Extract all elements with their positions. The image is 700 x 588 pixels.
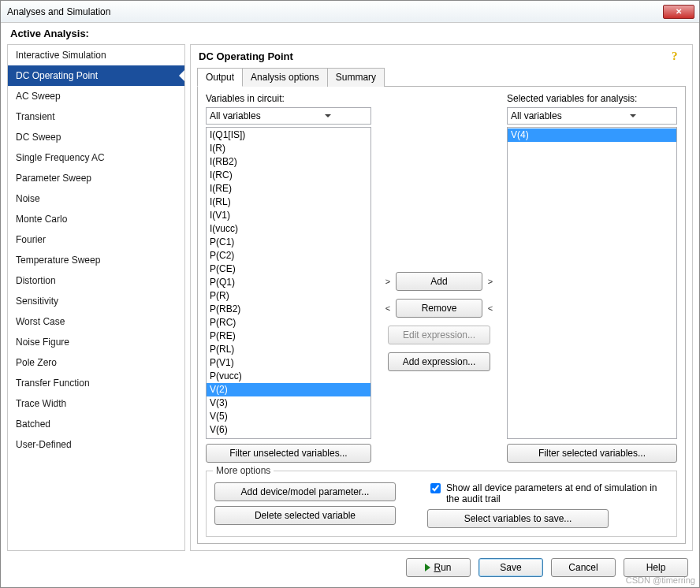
list-item[interactable]: I(RE) [207, 182, 370, 195]
help-icon[interactable]: ? [672, 50, 684, 62]
close-icon: ✕ [676, 7, 682, 16]
show-all-params-row: Show all device parameters at end of sim… [427, 482, 668, 504]
save-button[interactable]: Save [478, 558, 543, 577]
dialog-footer: Run Save Cancel Help [1, 554, 699, 587]
svg-marker-0 [325, 114, 331, 117]
tab-output: Variables in circuit: All variables I(Q1… [197, 86, 686, 544]
list-item[interactable]: P(C1) [207, 236, 370, 249]
chevron-down-icon [592, 110, 673, 121]
tab[interactable]: Analysis options [242, 68, 328, 87]
selected-variables-list[interactable]: V(4) [507, 127, 677, 439]
sidebar-item[interactable]: User-Defined [8, 434, 184, 455]
tabs: OutputAnalysis optionsSummary [191, 67, 692, 86]
output-columns: Variables in circuit: All variables I(Q1… [206, 93, 677, 463]
sidebar-item[interactable]: Transient [8, 106, 184, 127]
titlebar: Analyses and Simulation ✕ [1, 1, 699, 23]
close-button[interactable]: ✕ [663, 5, 694, 19]
list-item[interactable]: P(RB2) [207, 303, 370, 316]
sidebar-item[interactable]: Fourier [8, 229, 184, 250]
main-title-row: DC Operating Point ? [191, 45, 692, 67]
play-icon [425, 564, 430, 571]
sidebar-item[interactable]: Worst Case [8, 311, 184, 332]
sidebar-item[interactable]: Noise [8, 188, 184, 209]
dialog-body: Interactive SimulationDC Operating Point… [1, 44, 699, 554]
list-item[interactable]: I(RB2) [207, 155, 370, 169]
list-item[interactable]: I(RC) [207, 169, 370, 182]
variables-in-circuit-label: Variables in circuit: [206, 93, 371, 104]
transfer-buttons-col: > Add > < Remove < Edit expression... Ad… [376, 93, 502, 463]
select-variables-to-save-button[interactable]: Select variables to save... [427, 509, 609, 528]
sidebar-item[interactable]: Noise Figure [8, 332, 184, 352]
cancel-button[interactable]: Cancel [551, 558, 616, 577]
help-button[interactable]: Help [624, 558, 688, 577]
list-item[interactable]: P(V1) [207, 356, 370, 370]
add-device-parameter-button[interactable]: Add device/model parameter... [214, 482, 396, 501]
main-panel: DC Operating Point ? OutputAnalysis opti… [190, 44, 693, 551]
sidebar-item[interactable]: Distortion [8, 270, 184, 291]
list-item[interactable]: I(Q1[IS]) [207, 128, 370, 142]
selected-variables-combo[interactable]: All variables [507, 107, 677, 125]
list-item[interactable]: I(V1) [207, 209, 370, 222]
arrow-right-icon: > [385, 277, 391, 286]
selected-variables-combo-value: All variables [511, 110, 592, 121]
dialog-window: Analyses and Simulation ✕ Active Analysi… [0, 0, 700, 588]
list-item[interactable]: V(8) [207, 437, 370, 439]
add-expression-button[interactable]: Add expression... [388, 352, 490, 371]
svg-marker-1 [630, 114, 636, 117]
tab[interactable]: Output [197, 68, 243, 87]
list-item[interactable]: P(RL) [207, 343, 370, 356]
list-item[interactable]: V(2) [207, 383, 370, 396]
variables-in-circuit-list[interactable]: I(Q1[IS])I(R)I(RB2)I(RC)I(RE)I(RL)I(V1)I… [206, 127, 371, 439]
filter-unselected-button[interactable]: Filter unselected variables... [206, 444, 371, 463]
filter-selected-button[interactable]: Filter selected variables... [507, 444, 677, 463]
sidebar-item[interactable]: Interactive Simulation [8, 45, 184, 65]
variables-in-circuit-combo[interactable]: All variables [206, 107, 371, 125]
show-all-params-checkbox[interactable] [430, 483, 441, 493]
list-item[interactable]: P(R) [207, 289, 370, 303]
sidebar-item[interactable]: Sensitivity [8, 291, 184, 311]
arrow-right-icon: > [487, 277, 493, 286]
list-item[interactable]: P(RE) [207, 329, 370, 343]
sidebar-item[interactable]: DC Operating Point [8, 65, 184, 86]
arrow-left-icon: < [385, 303, 391, 313]
sidebar-item[interactable]: Transfer Function [8, 373, 184, 393]
variables-in-circuit-col: Variables in circuit: All variables I(Q1… [206, 93, 371, 463]
list-item[interactable]: P(C2) [207, 249, 370, 262]
remove-button[interactable]: Remove [396, 299, 482, 318]
list-item[interactable]: I(vucc) [207, 222, 370, 236]
list-item[interactable]: I(RL) [207, 195, 370, 209]
more-options-group: More options Add device/model parameter.… [206, 471, 677, 537]
arrow-left-icon: < [487, 303, 493, 313]
list-item[interactable]: I(R) [207, 142, 370, 155]
sidebar-item[interactable]: Monte Carlo [8, 209, 184, 229]
selected-variables-col: Selected variables for analysis: All var… [507, 93, 677, 463]
tab[interactable]: Summary [327, 68, 385, 87]
sidebar-item[interactable]: Pole Zero [8, 352, 184, 373]
list-item[interactable]: V(3) [207, 396, 370, 410]
run-button-label: Run [434, 562, 451, 573]
sidebar-item[interactable]: Parameter Sweep [8, 168, 184, 188]
list-item[interactable]: P(vucc) [207, 370, 370, 383]
watermark: CSDN @timerring [626, 575, 695, 585]
sidebar-item[interactable]: Trace Width [8, 393, 184, 414]
sidebar-item[interactable]: DC Sweep [8, 127, 184, 147]
show-all-params-label[interactable]: Show all device parameters at end of sim… [446, 482, 668, 504]
chevron-down-icon [289, 110, 367, 121]
list-item[interactable]: P(CE) [207, 262, 370, 276]
list-item[interactable]: V(4) [508, 128, 676, 142]
delete-selected-variable-button[interactable]: Delete selected variable [214, 506, 396, 525]
list-item[interactable]: P(RC) [207, 316, 370, 329]
list-item[interactable]: V(5) [207, 410, 370, 423]
sidebar-item[interactable]: Single Frequency AC [8, 147, 184, 168]
add-button[interactable]: Add [396, 272, 482, 291]
sidebar-item[interactable]: AC Sweep [8, 86, 184, 106]
list-item[interactable]: P(Q1) [207, 276, 370, 289]
run-button[interactable]: Run [406, 558, 471, 577]
sidebar-item[interactable]: Temperature Sweep [8, 250, 184, 270]
list-item[interactable]: V(6) [207, 423, 370, 437]
active-analysis-label: Active Analysis: [1, 23, 699, 44]
sidebar-item[interactable]: Batched [8, 414, 184, 434]
selected-variables-label: Selected variables for analysis: [507, 93, 677, 104]
analysis-sidebar: Interactive SimulationDC Operating Point… [7, 44, 185, 551]
edit-expression-button: Edit expression... [388, 326, 490, 344]
